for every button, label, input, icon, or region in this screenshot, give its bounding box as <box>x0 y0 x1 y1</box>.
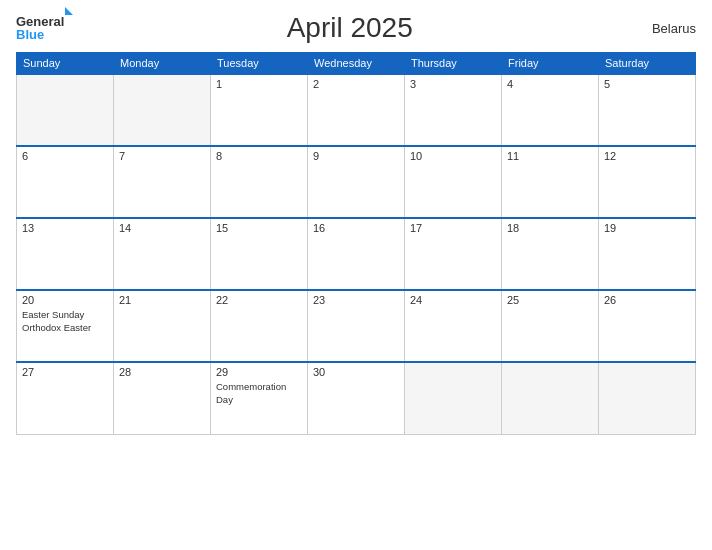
day-11: 11 <box>502 146 599 218</box>
day-4: 4 <box>502 74 599 146</box>
logo: General Blue <box>16 15 73 41</box>
day-empty-5 <box>599 362 696 434</box>
day-22: 22 <box>211 290 308 362</box>
logo-blue: Blue <box>16 28 73 41</box>
day-2: 2 <box>308 74 405 146</box>
page: General Blue April 2025 Belarus Sunday M… <box>0 0 712 550</box>
day-24: 24 <box>405 290 502 362</box>
calendar-title: April 2025 <box>73 12 626 44</box>
day-12: 12 <box>599 146 696 218</box>
logo-triangle-icon <box>65 7 73 15</box>
day-empty-3 <box>405 362 502 434</box>
day-29: 29 Commemoration Day <box>211 362 308 434</box>
header-sunday: Sunday <box>17 53 114 75</box>
week-row-2: 6 7 8 9 10 11 12 <box>17 146 696 218</box>
day-10: 10 <box>405 146 502 218</box>
day-17: 17 <box>405 218 502 290</box>
header: General Blue April 2025 Belarus <box>16 12 696 44</box>
header-monday: Monday <box>114 53 211 75</box>
day-18: 18 <box>502 218 599 290</box>
day-14: 14 <box>114 218 211 290</box>
header-tuesday: Tuesday <box>211 53 308 75</box>
day-empty-4 <box>502 362 599 434</box>
day-20: 20 Easter Sunday Orthodox Easter <box>17 290 114 362</box>
day-empty-1 <box>17 74 114 146</box>
day-6: 6 <box>17 146 114 218</box>
day-30: 30 <box>308 362 405 434</box>
day-8: 8 <box>211 146 308 218</box>
day-19: 19 <box>599 218 696 290</box>
week-row-1: 1 2 3 4 5 <box>17 74 696 146</box>
country-label: Belarus <box>626 21 696 36</box>
day-3: 3 <box>405 74 502 146</box>
weekday-header-row: Sunday Monday Tuesday Wednesday Thursday… <box>17 53 696 75</box>
day-25: 25 <box>502 290 599 362</box>
day-28: 28 <box>114 362 211 434</box>
week-row-3: 13 14 15 16 17 18 19 <box>17 218 696 290</box>
week-row-5: 27 28 29 Commemoration Day 30 <box>17 362 696 434</box>
day-5: 5 <box>599 74 696 146</box>
day-27: 27 <box>17 362 114 434</box>
header-thursday: Thursday <box>405 53 502 75</box>
day-empty-2 <box>114 74 211 146</box>
day-16: 16 <box>308 218 405 290</box>
day-23: 23 <box>308 290 405 362</box>
header-saturday: Saturday <box>599 53 696 75</box>
day-21: 21 <box>114 290 211 362</box>
day-26: 26 <box>599 290 696 362</box>
calendar-table: Sunday Monday Tuesday Wednesday Thursday… <box>16 52 696 435</box>
day-9: 9 <box>308 146 405 218</box>
day-1: 1 <box>211 74 308 146</box>
week-row-4: 20 Easter Sunday Orthodox Easter 21 22 2… <box>17 290 696 362</box>
day-15: 15 <box>211 218 308 290</box>
day-13: 13 <box>17 218 114 290</box>
header-friday: Friday <box>502 53 599 75</box>
day-7: 7 <box>114 146 211 218</box>
header-wednesday: Wednesday <box>308 53 405 75</box>
